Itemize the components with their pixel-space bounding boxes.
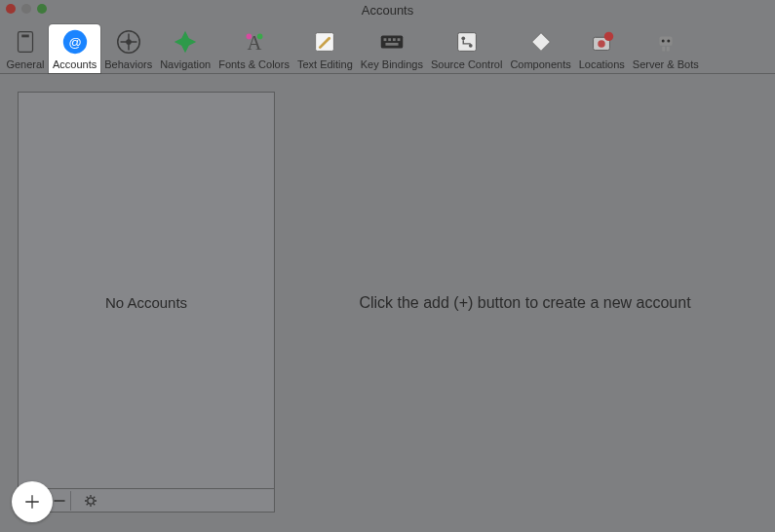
tab-fonts-colors[interactable]: A Fonts & Colors: [214, 24, 293, 73]
svg-point-9: [256, 34, 262, 40]
components-icon: [525, 26, 557, 57]
tab-accounts[interactable]: @ Accounts: [49, 24, 100, 73]
source-control-icon: [451, 26, 483, 57]
navigation-icon: [170, 26, 201, 57]
tab-text-editing[interactable]: Text Editing: [293, 24, 357, 73]
svg-point-18: [461, 36, 465, 40]
tab-key-bindings[interactable]: Key Bindings: [357, 24, 427, 73]
svg-point-21: [599, 40, 606, 48]
svg-line-33: [87, 496, 88, 497]
tab-label: Navigation: [160, 58, 211, 70]
tab-behaviors[interactable]: Behaviors: [100, 24, 156, 73]
accounts-empty-label: No Accounts: [105, 294, 187, 311]
tab-components[interactable]: Components: [506, 24, 574, 73]
tab-label: Text Editing: [297, 58, 353, 70]
svg-rect-27: [667, 47, 670, 52]
general-icon: [10, 26, 41, 57]
titlebar: Accounts: [0, 0, 775, 19]
add-account-highlight[interactable]: [12, 481, 53, 522]
svg-rect-16: [385, 43, 398, 46]
zoom-window-button[interactable]: [37, 4, 47, 14]
svg-rect-13: [388, 38, 391, 41]
tab-label: Accounts: [53, 58, 97, 70]
svg-rect-11: [381, 35, 404, 48]
svg-point-8: [246, 34, 252, 40]
fonts-colors-icon: A: [239, 26, 270, 57]
text-editing-icon: [309, 26, 340, 57]
svg-rect-15: [398, 38, 401, 41]
tab-navigation[interactable]: Navigation: [156, 24, 214, 73]
minimize-window-button[interactable]: [21, 4, 31, 14]
tab-label: Locations: [579, 58, 625, 70]
svg-rect-1: [21, 35, 29, 38]
svg-line-36: [94, 496, 95, 497]
tab-server-bots[interactable]: Server & Bots: [629, 24, 703, 73]
preferences-toolbar: General @ Accounts Behaviors Navigation …: [0, 19, 775, 74]
tab-general[interactable]: General: [2, 24, 49, 73]
tab-locations[interactable]: Locations: [575, 24, 629, 73]
accounts-list-footer: [19, 488, 274, 512]
tab-label: Behaviors: [104, 58, 152, 70]
accounts-list[interactable]: No Accounts: [18, 92, 275, 513]
detail-empty-hint: Click the add (+) button to create a new…: [359, 294, 690, 312]
svg-line-35: [87, 503, 88, 504]
locations-icon: [586, 26, 617, 57]
tab-label: Source Control: [431, 58, 502, 70]
svg-point-5: [126, 39, 132, 45]
minus-icon: [53, 494, 66, 508]
svg-rect-14: [393, 38, 396, 41]
accounts-icon: @: [59, 26, 91, 57]
svg-marker-6: [174, 31, 197, 54]
gear-icon: [84, 494, 97, 508]
tab-label: Components: [510, 58, 570, 70]
svg-rect-17: [457, 33, 476, 52]
svg-point-25: [667, 40, 670, 43]
close-window-button[interactable]: [6, 4, 16, 14]
svg-point-22: [604, 32, 613, 41]
tab-source-control[interactable]: Source Control: [427, 24, 506, 73]
svg-rect-12: [383, 38, 386, 41]
account-actions-button[interactable]: [79, 491, 102, 511]
svg-rect-26: [662, 47, 665, 52]
window-title: Accounts: [0, 3, 775, 18]
tab-label: Server & Bots: [633, 58, 699, 70]
svg-text:@: @: [68, 35, 81, 50]
svg-point-24: [661, 40, 664, 43]
tab-label: Fonts & Colors: [218, 58, 290, 70]
window-controls: [6, 4, 47, 14]
plus-icon: [23, 493, 41, 511]
tab-label: Key Bindings: [361, 58, 423, 70]
content-area: No Accounts Click the add (+) button to …: [0, 74, 775, 532]
tab-label: General: [6, 58, 44, 70]
svg-line-34: [94, 503, 95, 504]
account-detail-pane: Click the add (+) button to create a new…: [275, 74, 775, 532]
svg-point-28: [88, 497, 94, 503]
key-bindings-icon: [376, 26, 407, 57]
svg-rect-23: [659, 36, 672, 45]
server-bots-icon: [650, 26, 681, 57]
behaviors-icon: [113, 26, 144, 57]
